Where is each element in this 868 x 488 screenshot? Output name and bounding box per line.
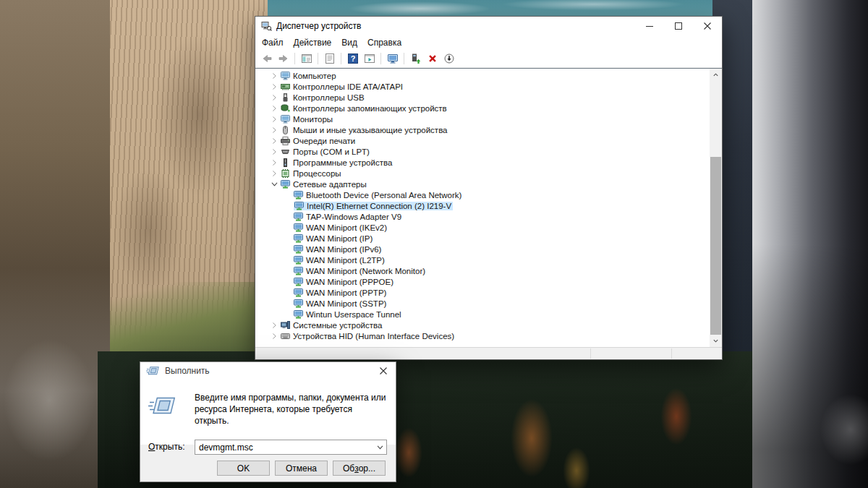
network-adapter-icon xyxy=(294,267,303,275)
tree-item[interactable]: WAN Miniport (PPTP) xyxy=(255,287,710,298)
desktop: Диспетчер устройств ФайлДействиеВидСправ… xyxy=(0,0,868,488)
close-button[interactable] xyxy=(371,362,396,380)
chevron-right-icon[interactable] xyxy=(271,127,278,134)
tree-item-label: Компьютер xyxy=(293,72,336,80)
tree-item-label: WAN Miniport (SSTP) xyxy=(306,299,386,308)
tree-item[interactable]: Контроллеры запоминающих устройств xyxy=(255,103,710,114)
chevron-right-icon[interactable] xyxy=(271,322,278,329)
tree-item[interactable]: WAN Miniport (IPv6) xyxy=(255,244,710,254)
chevron-right-icon[interactable] xyxy=(271,72,278,80)
storage-controller-icon xyxy=(281,104,290,113)
run-dialog-body: Введите имя программы, папки, документа … xyxy=(140,380,396,445)
tree-item-label: Wintun Userspace Tunnel xyxy=(306,310,401,319)
forward-arrow-button[interactable] xyxy=(276,51,291,67)
ok-button[interactable]: OK xyxy=(217,461,270,476)
minimize-button[interactable] xyxy=(635,17,664,35)
scan-hardware-button[interactable] xyxy=(385,51,400,67)
menu-item-3[interactable]: Справка xyxy=(362,36,407,49)
tree-item[interactable]: Bluetooth Device (Personal Area Network) xyxy=(255,189,710,200)
browse-button[interactable]: Обзор... xyxy=(333,461,386,476)
action-pane-button[interactable] xyxy=(362,51,377,67)
uninstall-device-button[interactable] xyxy=(425,51,440,67)
close-button[interactable] xyxy=(693,17,722,35)
device-manager-title-bar[interactable]: Диспетчер устройств xyxy=(255,17,722,35)
chevron-down-icon[interactable] xyxy=(271,181,278,188)
tree-item[interactable]: WAN Miniport (PPPOE) xyxy=(255,276,710,287)
tree-item[interactable]: Устройства HID (Human Interface Devices) xyxy=(255,330,710,341)
chevron-right-icon[interactable] xyxy=(271,148,278,155)
tree-item[interactable]: Системные устройства xyxy=(255,320,710,330)
tree-item[interactable]: Контроллеры USB xyxy=(255,92,710,103)
tree-item[interactable]: Wintun Userspace Tunnel xyxy=(255,309,710,320)
software-device-icon xyxy=(281,158,290,167)
chevron-down-icon[interactable] xyxy=(373,440,386,454)
disable-device-button[interactable] xyxy=(441,51,456,67)
window-title: Диспетчер устройств xyxy=(276,21,635,31)
selected-tree-item[interactable]: Intel(R) Ethernet Connection (2) I219-V xyxy=(294,202,453,210)
tree-item[interactable]: TAP-Windows Adapter V9 xyxy=(255,211,710,222)
help-button[interactable]: ? xyxy=(345,51,360,67)
scroll-up-button[interactable] xyxy=(710,69,722,81)
chevron-right-icon[interactable] xyxy=(271,105,278,112)
tree-item-label: Сетевые адаптеры xyxy=(293,180,367,189)
device-tree: КомпьютерКонтроллеры IDE ATA/ATAPIКонтро… xyxy=(255,70,710,341)
menu-item-1[interactable]: Действие xyxy=(289,36,337,49)
run-dialog-title-bar[interactable]: Выполнить xyxy=(140,362,396,380)
tree-item-label: Системные устройства xyxy=(293,321,382,330)
tree-item[interactable]: WAN Miniport (IP) xyxy=(255,233,710,244)
scrollbar-thumb[interactable] xyxy=(710,157,721,335)
open-combobox[interactable]: devmgmt.msc xyxy=(195,440,387,455)
tree-item[interactable]: Процессоры xyxy=(255,168,710,179)
tree-item[interactable]: Компьютер xyxy=(255,70,710,81)
tree-item[interactable]: Программные устройства xyxy=(255,157,710,168)
network-adapter-icon xyxy=(294,202,304,210)
console-tree-button[interactable] xyxy=(299,51,314,67)
tree-item[interactable]: Порты (COM и LPT) xyxy=(255,146,710,157)
maximize-icon xyxy=(675,22,682,30)
chevron-right-icon[interactable] xyxy=(271,94,278,101)
tree-item-label: Очереди печати xyxy=(293,137,355,145)
network-adapter-icon xyxy=(294,299,303,308)
update-driver-button[interactable] xyxy=(408,51,423,67)
tree-item-label: WAN Miniport (L2TP) xyxy=(306,256,385,265)
scrollbar[interactable] xyxy=(710,69,722,347)
tree-item[interactable]: WAN Miniport (L2TP) xyxy=(255,254,710,265)
scroll-down-button[interactable] xyxy=(710,335,722,347)
tree-item-label: WAN Miniport (PPTP) xyxy=(306,288,386,297)
scroll-up-icon xyxy=(712,72,719,78)
back-arrow-button[interactable] xyxy=(259,51,274,67)
chevron-right-icon[interactable] xyxy=(271,333,278,340)
tree-item[interactable]: Мониторы xyxy=(255,114,710,124)
open-input[interactable]: devmgmt.msc xyxy=(195,442,373,453)
tree-item[interactable]: Intel(R) Ethernet Connection (2) I219-V xyxy=(255,200,710,211)
tree-item-label: Контроллеры запоминающих устройств xyxy=(293,104,447,113)
printer-icon xyxy=(281,137,290,145)
toolbar-separator xyxy=(294,53,295,64)
forward-arrow-icon xyxy=(278,53,289,64)
console-tree-icon xyxy=(301,53,312,64)
tree-item-label: WAN Miniport (Network Monitor) xyxy=(306,267,425,275)
tree-item[interactable]: Сетевые адаптеры xyxy=(255,179,710,189)
run-dialog-title: Выполнить xyxy=(165,366,371,376)
tree-item[interactable]: WAN Miniport (Network Monitor) xyxy=(255,265,710,276)
chevron-right-icon[interactable] xyxy=(271,170,278,177)
maximize-button[interactable] xyxy=(664,17,693,35)
tree-item[interactable]: WAN Miniport (IKEv2) xyxy=(255,222,710,233)
tree-item-label: WAN Miniport (PPPOE) xyxy=(306,278,393,286)
menu-item-2[interactable]: Вид xyxy=(336,36,362,49)
run-icon xyxy=(148,395,176,416)
chevron-right-icon[interactable] xyxy=(271,137,278,145)
tree-item[interactable]: Очереди печати xyxy=(255,135,710,146)
tree-item[interactable]: Мыши и иные указывающие устройства xyxy=(255,124,710,135)
menu-item-0[interactable]: Файл xyxy=(257,36,289,49)
cancel-button[interactable]: Отмена xyxy=(275,461,328,476)
properties-button[interactable] xyxy=(322,51,337,67)
chevron-right-icon[interactable] xyxy=(271,159,278,166)
chevron-right-icon[interactable] xyxy=(271,116,278,123)
ports-icon xyxy=(281,147,290,156)
toolbar-separator xyxy=(341,53,341,64)
tree-item[interactable]: Контроллеры IDE ATA/ATAPI xyxy=(255,81,710,92)
chevron-right-icon[interactable] xyxy=(271,83,278,90)
tree-item-label: Устройства HID (Human Interface Devices) xyxy=(293,332,454,341)
tree-item[interactable]: WAN Miniport (SSTP) xyxy=(255,298,710,309)
